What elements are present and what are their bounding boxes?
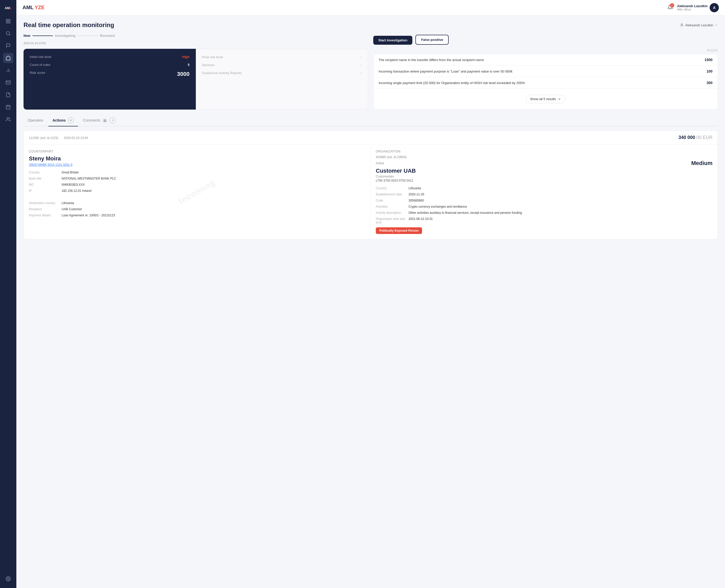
sar-row: Suspicious Activity Reports –	[202, 71, 362, 75]
org-id-area: 910885 (ext. id 23654)	[376, 155, 712, 159]
sidebar-item-search[interactable]	[3, 28, 13, 39]
status-line-1	[33, 36, 53, 36]
rules-panel-area: RULES The recipient name in the transfer…	[373, 49, 718, 110]
sidebar-item-calendar[interactable]	[3, 102, 13, 112]
main-container: AMLYZE 2 Aleksandr Lazutkin AML officer …	[16, 0, 725, 588]
recipient-row: Recipient UAB Customer	[29, 207, 365, 211]
user-icon	[680, 23, 684, 27]
decision-label: Decision	[202, 63, 215, 67]
sidebar-item-dashboard[interactable]	[3, 53, 13, 63]
dest-country-label: Destination country	[29, 201, 60, 205]
pep-badge[interactable]: Politically Exposed Person	[376, 227, 422, 234]
sidebar-item-settings[interactable]	[3, 574, 13, 584]
status-investigating: Investigating	[55, 34, 75, 38]
svg-point-4	[6, 32, 10, 35]
rule-text-2: Incoming single payment limit (20 000) f…	[379, 81, 707, 85]
counterpart-name: Steny Moira	[29, 155, 365, 162]
false-positive-button[interactable]: False positive	[416, 35, 449, 45]
org-iban: LT90 3750 0023 0700 0411	[376, 179, 712, 182]
top-header: AMLYZE 2 Aleksandr Lazutkin AML officer …	[16, 0, 725, 15]
transaction-header: 111092 (ext. id 1223) 2023-01-24 23:54 3…	[24, 131, 718, 145]
org-status: Active	[376, 162, 384, 165]
user-avatar: A	[710, 3, 719, 12]
pep-area: Politically Exposed Person	[376, 227, 712, 234]
org-activity-desc-row: Activity description Other activities au…	[376, 211, 712, 214]
org-section-title: Organization	[376, 150, 712, 153]
org-country-value: Lithuania	[408, 187, 421, 190]
status-new-label: New	[23, 34, 31, 38]
user-role: AML officer	[677, 8, 708, 11]
sidebar-item-users[interactable]	[3, 114, 13, 124]
sidebar-item-home[interactable]	[3, 16, 13, 26]
notification-button[interactable]: 2	[667, 4, 673, 11]
header-right: 2 Aleksandr Lazutkin AML officer A	[667, 3, 719, 12]
decision-card: Final risk level – Decision – Suspicious…	[196, 49, 368, 110]
final-risk-value: –	[360, 55, 362, 59]
status-resolved: Resolved	[100, 34, 115, 38]
final-risk-label: Final risk level	[202, 55, 223, 59]
org-activities-value: Crypto currency exchanges and remittance	[408, 205, 467, 208]
svg-point-15	[681, 24, 683, 25]
svg-rect-1	[9, 19, 10, 21]
recipient-label: Recipient	[29, 207, 60, 211]
show-all-button[interactable]: Show all 5 results	[526, 95, 565, 103]
rule-score-1: 100	[707, 69, 712, 73]
status-line-2	[78, 36, 98, 36]
status-bar: New Investigating Resolved	[23, 34, 368, 38]
user-info[interactable]: Aleksandr Lazutkin AML officer A	[677, 3, 719, 12]
risk-score-row: Risk score 3000	[29, 71, 190, 78]
svg-point-13	[7, 118, 8, 119]
tab-actions[interactable]: Actions +	[48, 115, 78, 126]
tx-amount-area: 340 000.00 EUR	[679, 135, 712, 140]
bic-label: BIC	[29, 183, 60, 187]
org-reg-date-value: 2021-06-10 10:31	[408, 217, 433, 224]
sidebar-logo: AML	[3, 4, 14, 12]
chevron-down-icon	[558, 97, 561, 101]
initial-risk-row: Initial risk level High	[29, 55, 190, 59]
context-user-name: Aleksandr Lazutkin	[685, 23, 713, 27]
dest-country-value: Lithuania	[62, 201, 74, 205]
org-code-row: Code 305660860	[376, 199, 712, 202]
sidebar-item-reports[interactable]	[3, 90, 13, 100]
action-buttons-area: Start investigation False positive	[373, 34, 718, 45]
counterpart-bic-row: BIC NWKBGB2LXXX	[29, 183, 365, 187]
count-rules-value: 5	[188, 63, 189, 67]
page-header: Real time operation monitoring Aleksandr…	[23, 21, 718, 28]
org-ext-id: (ext. id 23654)	[387, 155, 406, 159]
show-all-label: Show all 5 results	[530, 97, 556, 101]
decision-row: Decision –	[202, 63, 362, 67]
counterpart-country-row: Country Great Britain	[29, 171, 365, 174]
rule-text-0: The recipient name in the transfer diffe…	[379, 58, 705, 62]
org-status-row: Active Medium	[376, 160, 712, 167]
org-estab-label: Establishment date	[376, 193, 406, 196]
counterpart-bank-row: Bank title NATIONAL WESTMINSTER BANK PLC	[29, 177, 365, 180]
start-investigation-button[interactable]: Start investigation	[373, 36, 412, 45]
ip-value: 182.156.12.01 Ireland	[62, 189, 92, 193]
risk-score-label: Risk score	[29, 71, 45, 78]
initial-risk-value: High	[182, 55, 190, 59]
risk-card: Initial risk level High Count of rules 5…	[23, 49, 196, 110]
sidebar-item-mail[interactable]	[3, 78, 13, 88]
tab-comments[interactable]: Comments 11 +	[79, 115, 120, 126]
user-context[interactable]: Aleksandr Lazutkin	[680, 23, 718, 27]
show-all-area: Show all 5 results	[374, 89, 718, 109]
org-activities-row: Activities Crypto currency exchanges and…	[376, 205, 712, 208]
org-estab-row: Establishment date 2020-11-25	[376, 193, 712, 196]
logo-yze: YZE	[35, 5, 44, 10]
page-content: Real time operation monitoring Aleksandr…	[16, 15, 725, 588]
tab-operation[interactable]: Operation	[23, 116, 47, 125]
tx-amount: 340 000	[679, 135, 695, 140]
rule-text-1: Incoming transaction where payment purpo…	[379, 69, 707, 73]
bank-title-value: NATIONAL WESTMINSTER BANK PLC	[62, 177, 116, 180]
counterpart-account[interactable]: GB29 NWBK 6016 1331 9261 9	[29, 163, 365, 167]
org-activity-desc-value: Other activities auxiliary to financial …	[408, 211, 522, 214]
sidebar-item-chart[interactable]	[3, 65, 13, 75]
sidebar-item-flag[interactable]	[3, 41, 13, 51]
sar-label: Suspicious Activity Reports	[202, 71, 242, 75]
tx-ids: 111092 (ext. id 1223) 2023-01-24 23:54	[29, 135, 88, 140]
svg-rect-9	[6, 105, 10, 109]
tx-ext-id: (ext. id 1223)	[40, 136, 58, 140]
svg-rect-0	[6, 19, 8, 21]
org-country-row: Country Lithuania	[376, 187, 712, 190]
org-activities-label: Activities	[376, 205, 406, 208]
